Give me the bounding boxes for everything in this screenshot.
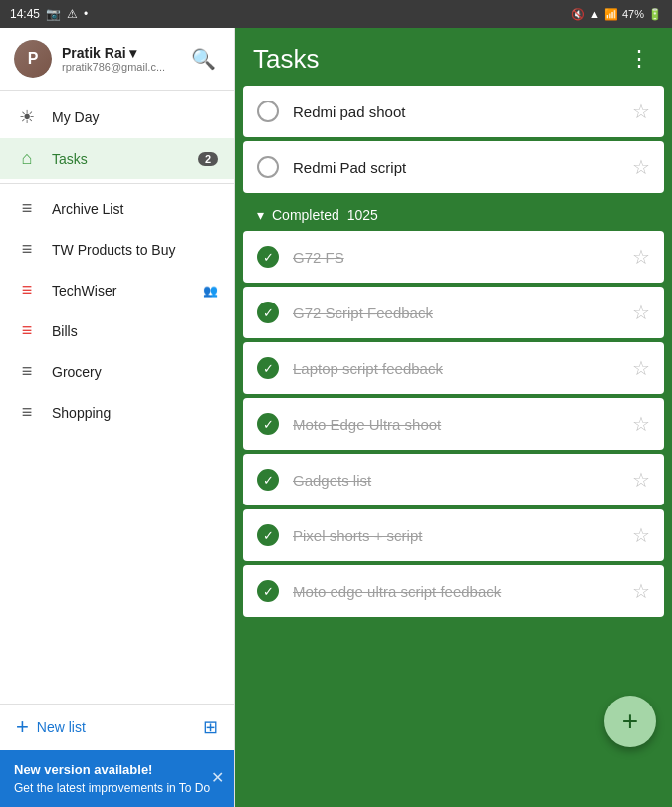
sidebar-item-shopping[interactable]: ≡ Shopping — [0, 392, 234, 433]
task-star-c6[interactable]: ☆ — [632, 523, 650, 547]
user-name: Pratik Rai ▾ — [62, 45, 165, 61]
fab-plus-icon: + — [622, 706, 638, 737]
sidebar-item-bills[interactable]: ≡ Bills — [0, 310, 234, 351]
fab-add-task[interactable]: + — [604, 696, 656, 747]
list-icon-bills: ≡ — [16, 320, 38, 341]
sidebar: P Pratik Rai ▾ rpratik786@gmail.c... 🔍 ☀… — [0, 28, 235, 807]
camera-icon: 📷 — [46, 7, 61, 21]
time-display: 14:45 — [10, 7, 40, 21]
banner-close-button[interactable]: ✕ — [211, 766, 224, 790]
alert-icon: ⚠ — [67, 7, 78, 21]
task-checkbox-c2[interactable]: ✓ — [257, 302, 279, 323]
completed-section-header[interactable]: ▾ Completed 1025 — [243, 197, 664, 231]
tasks-badge: 2 — [198, 152, 218, 166]
sidebar-item-archive-list[interactable]: ≡ Archive List — [0, 188, 234, 229]
task-star-c4[interactable]: ☆ — [632, 412, 650, 436]
list-icon-techwiser: ≡ — [16, 280, 38, 301]
task-item-completed-6[interactable]: ✓ Pixel shorts + script ☆ — [243, 509, 664, 561]
completed-label: Completed — [272, 207, 339, 223]
task-checkbox-c4[interactable]: ✓ — [257, 413, 279, 435]
user-text: Pratik Rai ▾ rpratik786@gmail.c... — [62, 45, 165, 73]
task-checkbox-c5[interactable]: ✓ — [257, 469, 279, 491]
task-star-1[interactable]: ☆ — [632, 100, 650, 123]
completed-count: 1025 — [347, 207, 378, 223]
task-checkbox-2[interactable] — [257, 156, 279, 178]
user-info[interactable]: P Pratik Rai ▾ rpratik786@gmail.c... — [14, 40, 165, 78]
sidebar-label-archive: Archive List — [52, 201, 218, 217]
sidebar-label-my-day: My Day — [52, 109, 218, 125]
task-item-completed-1[interactable]: ✓ G72 FS ☆ — [243, 231, 664, 283]
task-item-completed-5[interactable]: ✓ Gadgets list ☆ — [243, 454, 664, 505]
task-star-c2[interactable]: ☆ — [632, 301, 650, 324]
content-area: Tasks ⋮ Redmi pad shoot ☆ Redmi Pad scri… — [235, 28, 672, 807]
list-icon-grocery: ≡ — [16, 361, 38, 382]
task-list: Redmi pad shoot ☆ Redmi Pad script ☆ ▾ C… — [235, 86, 672, 807]
sidebar-item-tw-products[interactable]: ≡ TW Products to Buy — [0, 229, 234, 270]
main-layout: P Pratik Rai ▾ rpratik786@gmail.c... 🔍 ☀… — [0, 28, 672, 807]
signal-icon: 📶 — [604, 8, 618, 21]
more-options-button[interactable]: ⋮ — [624, 42, 654, 76]
dropdown-icon: ▾ — [129, 45, 136, 61]
task-item-completed-4[interactable]: ✓ Moto Edge Ultra shoot ☆ — [243, 398, 664, 450]
task-label-c6: Pixel shorts + script — [293, 527, 618, 544]
home-icon: ⌂ — [16, 148, 38, 169]
task-star-c7[interactable]: ☆ — [632, 579, 650, 603]
new-list-button[interactable]: + New list — [16, 714, 86, 740]
avatar-inner: P — [14, 40, 52, 78]
task-item-pending-1[interactable]: Redmi pad shoot ☆ — [243, 86, 664, 137]
add-list-icon[interactable]: ⊞ — [203, 716, 218, 738]
task-item-completed-7[interactable]: ✓ Moto edge ultra script feedback ☆ — [243, 565, 664, 617]
task-star-c5[interactable]: ☆ — [632, 468, 650, 492]
sidebar-label-techwiser: TechWiser — [52, 283, 189, 299]
task-checkbox-c1[interactable]: ✓ — [257, 246, 279, 268]
task-star-c1[interactable]: ☆ — [632, 245, 650, 269]
sidebar-nav: ☀ My Day ⌂ Tasks 2 ≡ Archive List ≡ TW P… — [0, 91, 234, 704]
sidebar-footer: + New list ⊞ — [0, 704, 234, 750]
avatar: P — [14, 40, 52, 78]
new-list-label: New list — [37, 719, 86, 735]
nav-divider-1 — [0, 183, 234, 184]
plus-icon: + — [16, 714, 29, 740]
task-item-completed-2[interactable]: ✓ G72 Script Feedback ☆ — [243, 287, 664, 338]
status-bar-left: 14:45 📷 ⚠ • — [10, 7, 88, 21]
sidebar-label-grocery: Grocery — [52, 364, 218, 380]
sun-icon: ☀ — [16, 106, 38, 128]
battery-icon: 🔋 — [648, 8, 662, 21]
battery-display: 47% — [622, 8, 644, 20]
task-checkbox-c7[interactable]: ✓ — [257, 580, 279, 602]
completed-chevron-icon: ▾ — [257, 207, 264, 223]
page-title: Tasks — [253, 44, 319, 75]
content-header: Tasks ⋮ — [235, 28, 672, 86]
sidebar-header: P Pratik Rai ▾ rpratik786@gmail.c... 🔍 — [0, 28, 234, 91]
list-icon-archive: ≡ — [16, 198, 38, 219]
mute-icon: 🔇 — [571, 8, 585, 21]
sidebar-item-grocery[interactable]: ≡ Grocery — [0, 351, 234, 392]
wifi-icon: ▲ — [589, 8, 600, 20]
sidebar-item-my-day[interactable]: ☀ My Day — [0, 97, 234, 138]
task-label-c3: Laptop script feedback — [293, 360, 618, 377]
sidebar-label-tasks: Tasks — [52, 151, 184, 167]
sidebar-label-shopping: Shopping — [52, 405, 218, 421]
shared-icon: 👥 — [203, 284, 218, 298]
avatar-initials: P — [28, 50, 39, 68]
task-item-pending-2[interactable]: Redmi Pad script ☆ — [243, 141, 664, 193]
task-item-completed-3[interactable]: ✓ Laptop script feedback ☆ — [243, 342, 664, 394]
status-bar: 14:45 📷 ⚠ • 🔇 ▲ 📶 47% 🔋 — [0, 0, 672, 28]
task-star-2[interactable]: ☆ — [632, 155, 650, 179]
sidebar-item-techwiser[interactable]: ≡ TechWiser 👥 — [0, 270, 234, 310]
task-checkbox-1[interactable] — [257, 101, 279, 122]
sidebar-item-tasks[interactable]: ⌂ Tasks 2 — [0, 138, 234, 179]
status-bar-right: 🔇 ▲ 📶 47% 🔋 — [571, 8, 662, 21]
task-checkbox-c6[interactable]: ✓ — [257, 524, 279, 546]
task-label-2: Redmi Pad script — [293, 159, 618, 176]
task-label-c2: G72 Script Feedback — [293, 304, 618, 321]
update-banner: New version available! Get the latest im… — [0, 750, 234, 808]
user-email: rpratik786@gmail.c... — [62, 61, 165, 73]
task-label-c5: Gadgets list — [293, 472, 618, 489]
search-button[interactable]: 🔍 — [187, 43, 220, 75]
task-label-c1: G72 FS — [293, 249, 618, 266]
task-label-1: Redmi pad shoot — [293, 103, 618, 120]
task-checkbox-c3[interactable]: ✓ — [257, 357, 279, 379]
task-label-c4: Moto Edge Ultra shoot — [293, 416, 618, 433]
task-star-c3[interactable]: ☆ — [632, 356, 650, 380]
